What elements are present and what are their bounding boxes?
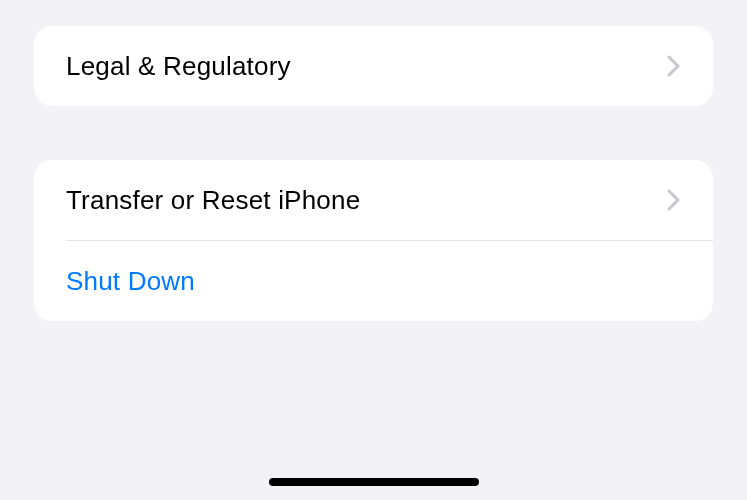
legal-regulatory-label: Legal & Regulatory <box>66 51 291 82</box>
shut-down-row[interactable]: Shut Down <box>34 241 713 321</box>
settings-group-legal: Legal & Regulatory <box>34 26 713 106</box>
home-indicator[interactable] <box>269 478 479 486</box>
chevron-right-icon <box>667 189 681 211</box>
settings-group-system: Transfer or Reset iPhone Shut Down <box>34 160 713 321</box>
shut-down-label: Shut Down <box>66 266 195 297</box>
settings-content: Legal & Regulatory Transfer or Reset iPh… <box>0 0 747 321</box>
transfer-reset-label: Transfer or Reset iPhone <box>66 185 360 216</box>
chevron-right-icon <box>667 55 681 77</box>
legal-regulatory-row[interactable]: Legal & Regulatory <box>34 26 713 106</box>
transfer-reset-row[interactable]: Transfer or Reset iPhone <box>34 160 713 240</box>
